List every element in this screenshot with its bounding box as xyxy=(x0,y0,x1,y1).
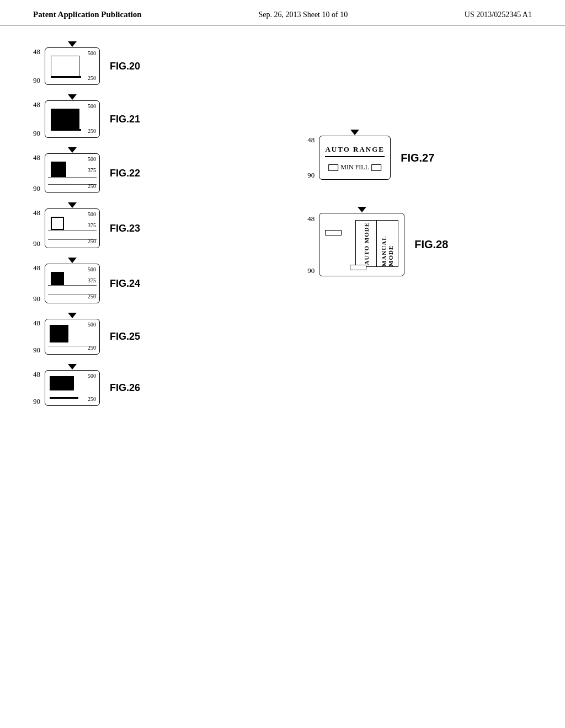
fig25-val250: 250 xyxy=(88,345,96,351)
fig28-auto-col: AUTO MODE xyxy=(356,221,377,266)
fig28-display: AUTO MODE MANUAL MODE xyxy=(319,213,404,276)
fig26-arrow xyxy=(68,364,77,370)
fig22-hline1 xyxy=(48,177,97,178)
fig27-min-fill-box-right xyxy=(371,164,381,171)
fig26-val500: 500 xyxy=(88,373,96,379)
fig22-label-48: 48 xyxy=(33,153,40,162)
fig28-auto-mode: AUTO MODE xyxy=(363,222,370,265)
fig20-label-48: 48 xyxy=(33,47,40,56)
fig24-label-90: 90 xyxy=(33,295,40,303)
main-content: 48 90 500 250 FIG.20 48 90 xyxy=(0,25,565,443)
fig26-labels: 48 90 xyxy=(33,370,40,406)
fig27-block: 48 90 AUTO RANGE MIN FILL FIG.27 xyxy=(307,136,532,180)
fig22-label-90: 90 xyxy=(33,184,40,193)
fig20-line xyxy=(51,76,81,78)
fig23-block: 48 90 500 375 250 FIG.23 xyxy=(33,208,307,248)
fig27-label-90: 90 xyxy=(307,171,315,180)
fig23-label-48: 48 xyxy=(33,208,40,217)
fig20-arrow xyxy=(68,41,77,47)
fig23-arrow xyxy=(68,202,77,208)
fig23-display: 500 375 250 xyxy=(45,208,100,248)
fig27-labels: 48 90 xyxy=(307,136,315,180)
fig22-block: 48 90 500 375 250 FIG.22 xyxy=(33,153,307,193)
fig21-name: FIG.21 xyxy=(110,114,140,125)
fig21-val500: 500 xyxy=(88,103,96,109)
fig27-divider-line xyxy=(325,156,385,157)
fig26-label-48: 48 xyxy=(33,370,40,379)
fig25-display: 500 250 xyxy=(45,319,100,355)
fig24-val250: 250 xyxy=(88,293,96,299)
left-column: 48 90 500 250 FIG.20 48 90 xyxy=(33,47,307,421)
fig20-block: 48 90 500 250 FIG.20 xyxy=(33,47,307,85)
fig21-line xyxy=(51,129,81,131)
fig20-label-90: 90 xyxy=(33,76,40,85)
fig24-hline1 xyxy=(48,285,97,286)
fig27-minfill-area: MIN FILL xyxy=(328,163,381,172)
fig24-val375: 375 xyxy=(88,277,96,283)
fig21-val250: 250 xyxy=(88,128,96,134)
fig28-label-90: 90 xyxy=(307,266,315,275)
fig27-arrow xyxy=(350,130,359,135)
fig24-val500: 500 xyxy=(88,266,96,272)
fig21-block: 48 90 500 250 FIG.21 xyxy=(33,100,307,138)
fig26-block: 48 90 500 250 FIG.26 xyxy=(33,370,307,406)
fig25-fill xyxy=(50,325,68,342)
fig27-name: FIG.27 xyxy=(401,152,434,164)
fig25-block: 48 90 500 250 FIG.25 xyxy=(33,319,307,355)
fig22-arrow xyxy=(68,147,77,153)
fig22-val500: 500 xyxy=(88,156,96,162)
fig21-label-48: 48 xyxy=(33,100,40,109)
fig21-label-90: 90 xyxy=(33,129,40,138)
fig20-display: 500 250 xyxy=(45,47,100,85)
fig28-bot-bar xyxy=(350,265,366,270)
fig28-block: 48 90 AUTO MODE MANUAL MODE xyxy=(307,213,532,276)
fig25-arrow xyxy=(68,313,77,318)
fig21-display: 500 250 xyxy=(45,100,100,138)
fig27-display: AUTO RANGE MIN FILL xyxy=(319,136,391,180)
fig27-min-fill-box-left xyxy=(328,164,338,171)
fig23-labels: 48 90 xyxy=(33,208,40,248)
fig20-val250: 250 xyxy=(88,75,96,81)
page-header: Patent Application Publication Sep. 26, … xyxy=(0,0,565,25)
fig22-val250: 250 xyxy=(88,183,96,189)
header-center: Sep. 26, 2013 Sheet 10 of 10 xyxy=(258,10,348,19)
fig25-val500: 500 xyxy=(88,322,96,328)
fig20-name: FIG.20 xyxy=(110,61,140,72)
fig20-val500: 500 xyxy=(88,50,96,56)
fig21-arrow xyxy=(68,94,77,100)
fig28-arrow xyxy=(358,207,366,212)
fig28-name: FIG.28 xyxy=(414,238,448,251)
fig21-labels: 48 90 xyxy=(33,100,40,138)
fig24-label-48: 48 xyxy=(33,264,40,272)
figures-row: 48 90 500 250 FIG.20 48 90 xyxy=(33,47,532,421)
fig25-labels: 48 90 xyxy=(33,319,40,355)
header-left: Patent Application Publication xyxy=(33,10,142,19)
fig23-val250: 250 xyxy=(88,238,96,244)
fig27-label-48: 48 xyxy=(307,136,315,144)
fig28-inner-container: AUTO MODE MANUAL MODE xyxy=(355,220,398,267)
fig23-val375: 375 xyxy=(88,222,96,228)
fig21-fill xyxy=(51,109,79,130)
fig28-manual-mode: MANUAL MODE xyxy=(381,221,394,266)
fig26-name: FIG.26 xyxy=(110,382,140,394)
fig22-fill xyxy=(51,162,66,177)
header-right: US 2013/0252345 A1 xyxy=(465,10,532,19)
fig26-display: 500 250 xyxy=(45,370,100,406)
fig26-fill xyxy=(50,376,74,390)
fig23-rect xyxy=(51,217,64,230)
fig27-min-fill-label: MIN FILL xyxy=(340,163,369,172)
fig27-auto-range: AUTO RANGE xyxy=(325,145,385,154)
fig28-labels: 48 90 xyxy=(307,215,315,275)
fig23-val500: 500 xyxy=(88,211,96,217)
right-column: 48 90 AUTO RANGE MIN FILL FIG.27 xyxy=(307,47,532,421)
fig20-labels: 48 90 xyxy=(33,47,40,85)
fig25-label-90: 90 xyxy=(33,346,40,355)
fig28-label-48: 48 xyxy=(307,215,315,223)
fig23-name: FIG.23 xyxy=(110,223,140,234)
fig24-block: 48 90 500 375 250 FIG.24 xyxy=(33,264,307,303)
fig26-label-90: 90 xyxy=(33,397,40,406)
fig23-hline1 xyxy=(48,230,97,231)
fig26-line xyxy=(50,397,78,399)
fig24-arrow xyxy=(68,258,77,263)
fig22-val375: 375 xyxy=(88,167,96,173)
